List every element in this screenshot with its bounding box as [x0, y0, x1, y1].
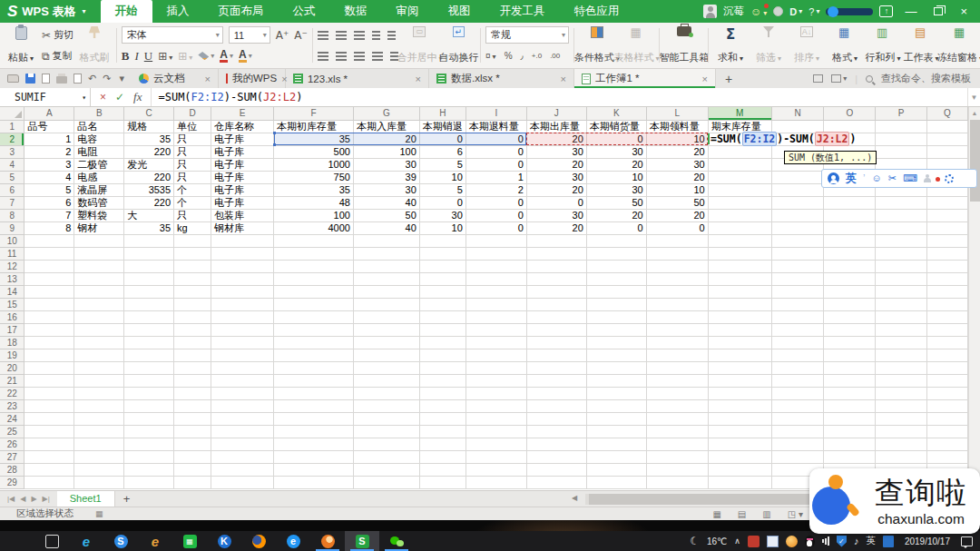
- align-middle-button[interactable]: [336, 31, 347, 33]
- cell-C19[interactable]: [124, 349, 174, 361]
- cell-A16[interactable]: [24, 310, 74, 323]
- cell-E12[interactable]: [211, 260, 274, 272]
- cell-A7[interactable]: 6: [24, 196, 74, 209]
- cell-Q3[interactable]: [927, 145, 968, 158]
- cell-K13[interactable]: [586, 272, 646, 285]
- document-tab-1[interactable]: 云文档×: [132, 69, 219, 88]
- cell-K8[interactable]: 20: [586, 209, 646, 221]
- cell-B13[interactable]: [74, 272, 124, 285]
- wrap-text-button[interactable]: ↵ 自动换行: [439, 25, 477, 66]
- cell-C16[interactable]: [124, 310, 174, 323]
- cell-K24[interactable]: [586, 412, 646, 425]
- cell-F15[interactable]: [273, 298, 353, 310]
- document-tab-3[interactable]: 123.xls *×: [286, 69, 429, 88]
- font-name-select[interactable]: 宋体▾: [122, 26, 223, 44]
- cell-J22[interactable]: [526, 387, 586, 399]
- cell-D19[interactable]: [174, 349, 211, 361]
- cell-Q12[interactable]: [927, 260, 968, 272]
- cell-N13[interactable]: [771, 272, 824, 285]
- cell-C27[interactable]: [124, 450, 174, 463]
- cell-M29[interactable]: [708, 476, 771, 488]
- document-tab-2[interactable]: 我的WPS×: [219, 69, 286, 88]
- cell-P8[interactable]: [876, 209, 927, 221]
- cell-B9[interactable]: 钢材: [74, 221, 124, 234]
- conditional-format-button[interactable]: 条件格式▾: [577, 25, 617, 66]
- close-tab-icon[interactable]: ×: [416, 74, 421, 84]
- cell-H25[interactable]: [419, 425, 466, 438]
- cell-H5[interactable]: 10: [419, 171, 466, 183]
- command-search-input[interactable]: 查找命令、搜索模板: [881, 72, 971, 85]
- cell-D11[interactable]: [174, 247, 211, 260]
- cell-Q2[interactable]: [927, 133, 968, 145]
- cell-H22[interactable]: [419, 387, 466, 399]
- cell-I18[interactable]: [466, 336, 526, 349]
- cell-G18[interactable]: [353, 336, 419, 349]
- sync-icon[interactable]: [773, 6, 783, 16]
- cell-O24[interactable]: [824, 412, 876, 425]
- cell-C23[interactable]: [124, 399, 174, 412]
- cell-H9[interactable]: 10: [419, 221, 466, 234]
- row-header-29[interactable]: 29: [0, 476, 24, 488]
- cell-E5[interactable]: 电子库: [211, 171, 274, 183]
- cell-C8[interactable]: 大: [124, 209, 174, 221]
- cell-P21[interactable]: [876, 374, 927, 387]
- wps-logo[interactable]: S WPS 表格 ▾: [0, 3, 95, 21]
- cell-A28[interactable]: [24, 463, 74, 476]
- cell-H13[interactable]: [419, 272, 466, 285]
- cell-O7[interactable]: [824, 196, 876, 209]
- cell-B1[interactable]: 品名: [74, 120, 124, 133]
- row-header-3[interactable]: 3: [0, 145, 24, 158]
- cell-L26[interactable]: [646, 438, 708, 450]
- cell-N15[interactable]: [771, 298, 824, 310]
- cell-A1[interactable]: 品号: [24, 120, 74, 133]
- column-header-H[interactable]: H: [419, 107, 466, 120]
- cell-E26[interactable]: [211, 438, 274, 450]
- cell-E8[interactable]: 包装库: [211, 209, 274, 221]
- cell-D10[interactable]: [174, 234, 211, 247]
- number-format-select[interactable]: 常规▾: [485, 26, 569, 44]
- cell-G4[interactable]: 30: [353, 158, 419, 171]
- cell-E1[interactable]: 仓库名称: [211, 120, 274, 133]
- cell-D29[interactable]: [174, 476, 211, 488]
- font-color-button[interactable]: A▾: [220, 50, 233, 63]
- worksheet-button[interactable]: ▤ 工作表▾: [902, 25, 940, 66]
- merge-center-button[interactable]: ▭ 合并居中▾: [400, 25, 440, 66]
- cell-Q17[interactable]: [927, 323, 968, 336]
- cell-C5[interactable]: 220: [124, 171, 174, 183]
- cell-L25[interactable]: [646, 425, 708, 438]
- cell-M19[interactable]: [708, 349, 771, 361]
- cell-J25[interactable]: [526, 425, 586, 438]
- row-header-8[interactable]: 8: [0, 209, 24, 221]
- cell-O26[interactable]: [824, 438, 876, 450]
- taskbar-app-task-view[interactable]: [34, 531, 69, 551]
- cell-I23[interactable]: [466, 399, 526, 412]
- cell-P25[interactable]: [876, 425, 927, 438]
- cell-I22[interactable]: [466, 387, 526, 399]
- next-sheet-icon[interactable]: ▶: [31, 495, 36, 503]
- cell-H10[interactable]: [419, 234, 466, 247]
- cell-C29[interactable]: [124, 476, 174, 488]
- cell-A23[interactable]: [24, 399, 74, 412]
- cell-H7[interactable]: 0: [419, 196, 466, 209]
- cell-N22[interactable]: [771, 387, 824, 399]
- cell-C25[interactable]: [124, 425, 174, 438]
- cell-G23[interactable]: [353, 399, 419, 412]
- security-shield-icon[interactable]: ✓: [837, 536, 847, 547]
- cell-E22[interactable]: [211, 387, 274, 399]
- cell-A27[interactable]: [24, 450, 74, 463]
- cell-J9[interactable]: 20: [526, 221, 586, 234]
- cell-F16[interactable]: [273, 310, 353, 323]
- first-sheet-icon[interactable]: |◀: [7, 495, 15, 503]
- speaker-icon[interactable]: ♪: [854, 536, 859, 546]
- column-header-N[interactable]: N: [771, 107, 824, 120]
- prev-sheet-icon[interactable]: ◀: [20, 495, 25, 503]
- cell-Q24[interactable]: [927, 412, 968, 425]
- cell-J18[interactable]: [526, 336, 586, 349]
- column-header-P[interactable]: P: [876, 107, 927, 120]
- cell-L29[interactable]: [646, 476, 708, 488]
- cell-L18[interactable]: [646, 336, 708, 349]
- cell-N24[interactable]: [771, 412, 824, 425]
- ime-scissors-icon[interactable]: ✂: [888, 173, 897, 183]
- cell-F24[interactable]: [273, 412, 353, 425]
- cell-D27[interactable]: [174, 450, 211, 463]
